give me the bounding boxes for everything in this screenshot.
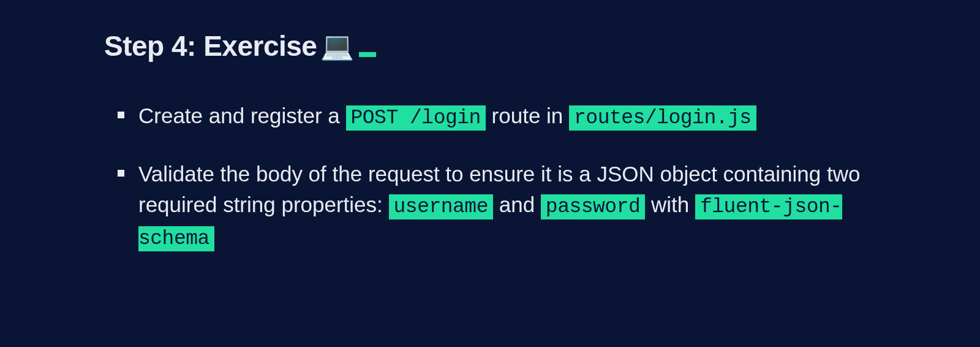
- list-item: Create and register a POST /login route …: [138, 101, 870, 133]
- exercise-list: Create and register a POST /login route …: [138, 101, 980, 254]
- heading-text: Step 4: Exercise: [104, 29, 317, 63]
- inline-code: routes/login.js: [569, 105, 756, 131]
- list-text: with: [645, 193, 695, 216]
- laptop-icon: 💻: [320, 30, 354, 62]
- list-text: route in: [486, 104, 569, 128]
- slide-heading: Step 4: Exercise 💻: [104, 29, 980, 63]
- inline-code: POST /login: [346, 105, 486, 131]
- list-item: Validate the body of the request to ensu…: [138, 159, 870, 254]
- list-text: Create and register a: [138, 104, 346, 128]
- inline-code: username: [389, 194, 493, 219]
- cursor-underscore-icon: [359, 52, 376, 57]
- inline-code: password: [541, 194, 645, 219]
- list-text: and: [493, 193, 541, 216]
